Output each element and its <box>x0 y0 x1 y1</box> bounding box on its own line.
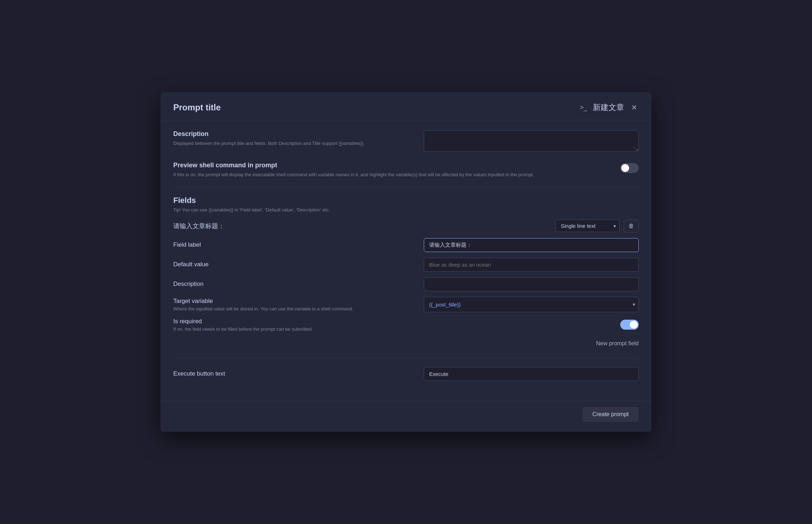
preview-shell-slider <box>620 163 639 173</box>
preview-shell-toggle[interactable] <box>620 163 639 173</box>
description-right: ⤡ <box>424 130 639 153</box>
preview-shell-section: Preview shell command in prompt If this … <box>173 162 639 178</box>
divider-2 <box>173 358 639 358</box>
header-right: >_ 新建文章 ✕ <box>580 102 639 113</box>
preview-shell-title: Preview shell command in prompt <box>173 162 612 169</box>
is-required-slider <box>620 320 639 330</box>
fields-title: Fields <box>173 196 639 205</box>
default-value-input[interactable] <box>424 258 639 272</box>
is-required-label: Is required If on, the field needs to be… <box>173 318 415 332</box>
execute-label: Execute button text <box>173 370 415 377</box>
target-variable-select[interactable]: {{_post_title}} <box>424 297 639 312</box>
field-card-label: 请输入文章标题： <box>173 222 225 230</box>
target-variable-desc: Where the inputted value will be stored … <box>173 306 415 311</box>
preview-shell-left: Preview shell command in prompt If this … <box>173 162 612 178</box>
is-required-toggle[interactable] <box>620 320 639 330</box>
field-description-input[interactable] <box>424 277 639 291</box>
new-prompt-field-button[interactable]: New prompt field <box>596 337 639 350</box>
modal-header: Prompt title >_ 新建文章 ✕ <box>160 92 652 120</box>
field-label-row: Field label <box>173 238 639 252</box>
close-button[interactable]: ✕ <box>630 103 639 112</box>
description-textarea[interactable] <box>424 130 639 152</box>
field-description-control <box>424 277 639 291</box>
fields-tip: Tip! You can use {{variables}} in 'Field… <box>173 207 639 213</box>
target-variable-label: Target variable Where the inputted value… <box>173 298 415 311</box>
description-title: Description <box>173 130 415 138</box>
modal-body: Description Displayed between the prompt… <box>160 120 652 401</box>
description-section: Description Displayed between the prompt… <box>173 130 639 153</box>
resize-icon: ⤡ <box>633 146 637 151</box>
new-prompt-field-row: New prompt field <box>173 337 639 350</box>
is-required-desc: If on, the field needs to be filled befo… <box>173 326 415 332</box>
field-description-label: Description <box>173 281 415 288</box>
modal-title: Prompt title <box>173 103 221 112</box>
target-variable-control: {{_post_title}} ▾ <box>424 297 639 312</box>
target-variable-label-text: Target variable <box>173 298 415 305</box>
default-value-control <box>424 258 639 272</box>
execute-control <box>424 367 639 381</box>
field-description-row: Description <box>173 277 639 291</box>
default-value-row: Default value <box>173 258 639 272</box>
default-value-label: Default value <box>173 261 415 268</box>
field-type-select[interactable]: Single line text Multi line text Number … <box>555 220 619 232</box>
prompt-name-display: 新建文章 <box>593 102 624 113</box>
is-required-control <box>424 320 639 330</box>
field-label-label: Field label <box>173 241 415 248</box>
description-desc: Displayed between the prompt title and f… <box>173 140 415 147</box>
divider-1 <box>173 187 639 187</box>
preview-shell-right <box>620 162 639 173</box>
prompt-modal: Prompt title >_ 新建文章 ✕ Description Displ… <box>160 92 652 432</box>
preview-shell-desc: If this is on, the prompt will display t… <box>173 171 612 178</box>
create-prompt-button[interactable]: Create prompt <box>582 407 639 422</box>
execute-section: Execute button text <box>173 367 639 381</box>
type-select-wrapper: Single line text Multi line text Number … <box>555 220 619 232</box>
field-card-header: 请输入文章标题： Single line text Multi line tex… <box>173 220 639 232</box>
execute-input[interactable] <box>424 367 639 381</box>
is-required-label-text: Is required <box>173 318 415 325</box>
delete-field-button[interactable]: 🗑 <box>624 220 639 232</box>
field-card-controls: Single line text Multi line text Number … <box>555 220 639 232</box>
terminal-icon: >_ <box>580 104 587 111</box>
field-label-input[interactable] <box>424 238 639 252</box>
is-required-row: Is required If on, the field needs to be… <box>173 318 639 332</box>
target-variable-row: Target variable Where the inputted value… <box>173 297 639 312</box>
modal-footer: Create prompt <box>160 401 652 432</box>
description-left: Description Displayed between the prompt… <box>173 130 415 147</box>
field-label-control <box>424 238 639 252</box>
fields-section-header: Fields Tip! You can use {{variables}} in… <box>173 196 639 213</box>
